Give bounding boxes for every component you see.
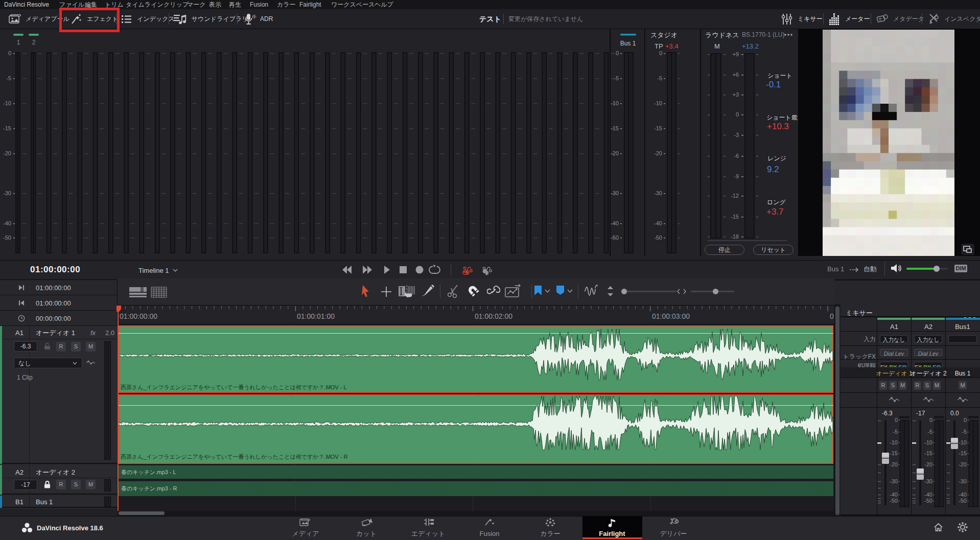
svg-text:-5: -5	[657, 75, 662, 81]
svg-text:-50: -50	[654, 234, 662, 241]
svg-text:-30: -30	[890, 478, 898, 484]
svg-text:-15: -15	[731, 214, 739, 220]
svg-text:0: 0	[895, 417, 898, 423]
svg-text:-40: -40	[959, 491, 967, 498]
svg-text:-3: -3	[734, 132, 739, 138]
svg-text:-30: -30	[611, 190, 619, 196]
svg-text:-5: -5	[6, 75, 11, 81]
svg-text:-5: -5	[614, 75, 619, 81]
svg-text:-10: -10	[3, 100, 11, 106]
svg-text:2: 2	[32, 39, 36, 46]
svg-text:+9: +9	[732, 51, 739, 57]
svg-text:01:00:03:00: 01:00:03:00	[652, 312, 690, 320]
svg-text:01:00:04:00: 01:00:04:00	[830, 312, 834, 320]
svg-text:01:00:02:00: 01:00:02:00	[475, 312, 512, 320]
svg-text:Bus 1: Bus 1	[620, 40, 636, 47]
svg-text:-50: -50	[890, 498, 898, 504]
svg-text:TP: TP	[655, 42, 663, 50]
svg-text:01:00:01:00: 01:00:01:00	[297, 312, 335, 320]
svg-text:-5: -5	[927, 429, 932, 435]
svg-text:0: 0	[736, 111, 739, 118]
svg-text:-9: -9	[734, 173, 739, 179]
svg-text:-10: -10	[959, 439, 967, 445]
svg-text:ラウドネス: ラウドネス	[705, 31, 739, 39]
svg-text:-6: -6	[734, 153, 739, 159]
svg-text:-15: -15	[611, 125, 619, 131]
svg-text:-20: -20	[890, 461, 898, 467]
svg-text:+13.2: +13.2	[742, 42, 759, 50]
svg-text:+3: +3	[732, 91, 739, 98]
svg-text:-15: -15	[924, 450, 932, 456]
svg-text:-20: -20	[611, 150, 619, 156]
svg-text:0: 0	[964, 417, 967, 423]
svg-text:0: 0	[659, 50, 662, 56]
svg-text:M: M	[714, 42, 720, 50]
svg-text:-5: -5	[893, 429, 898, 435]
svg-text:-40: -40	[924, 491, 932, 498]
svg-text:-10: -10	[890, 439, 898, 445]
svg-text:-30: -30	[3, 190, 11, 196]
svg-text:-30: -30	[959, 478, 967, 484]
svg-text:-30: -30	[924, 478, 932, 484]
svg-text:-40: -40	[654, 220, 662, 226]
svg-text:-50: -50	[959, 498, 967, 504]
svg-text:-5: -5	[962, 429, 967, 435]
svg-text:-10: -10	[924, 439, 932, 445]
svg-text:BS.1770-1 (LU): BS.1770-1 (LU)	[742, 31, 784, 38]
svg-text:-10: -10	[611, 100, 619, 106]
svg-text:-20: -20	[959, 461, 967, 467]
svg-text:-15: -15	[890, 450, 898, 456]
svg-text:-20: -20	[3, 150, 11, 156]
svg-text:-40: -40	[890, 491, 898, 498]
svg-text:-15: -15	[959, 450, 967, 456]
svg-text:-40: -40	[611, 220, 619, 226]
svg-text:+3.4: +3.4	[665, 42, 679, 50]
svg-text:-12: -12	[731, 193, 739, 199]
svg-text:-15: -15	[3, 125, 11, 131]
svg-text:-50: -50	[3, 234, 11, 241]
svg-text:-50: -50	[611, 234, 619, 241]
svg-text:-50: -50	[924, 498, 932, 504]
svg-text:-18: -18	[731, 233, 739, 240]
svg-text:0: 0	[929, 417, 932, 423]
svg-text:-20: -20	[924, 461, 932, 467]
svg-text:-20: -20	[654, 150, 662, 156]
svg-text:1: 1	[17, 39, 20, 46]
svg-text:0: 0	[8, 50, 11, 56]
svg-text:-30: -30	[654, 190, 662, 196]
svg-text:スタジオ: スタジオ	[650, 31, 678, 39]
svg-text:0: 0	[616, 50, 619, 56]
svg-text:01:00:00:00: 01:00:00:00	[120, 312, 157, 320]
svg-text:+6: +6	[732, 72, 739, 78]
svg-text:-40: -40	[3, 220, 11, 226]
svg-text:-10: -10	[654, 100, 662, 106]
svg-text:-15: -15	[654, 125, 662, 131]
